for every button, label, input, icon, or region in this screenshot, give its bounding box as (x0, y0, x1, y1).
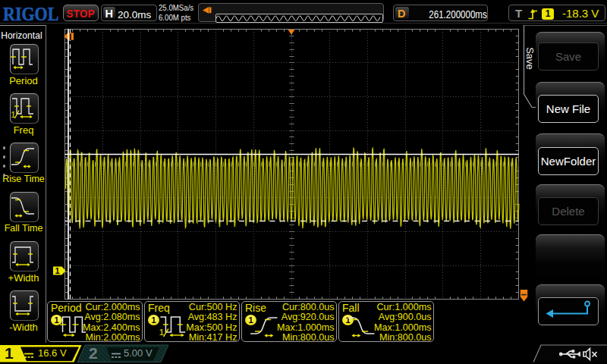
svg-text:1: 1 (55, 266, 60, 275)
